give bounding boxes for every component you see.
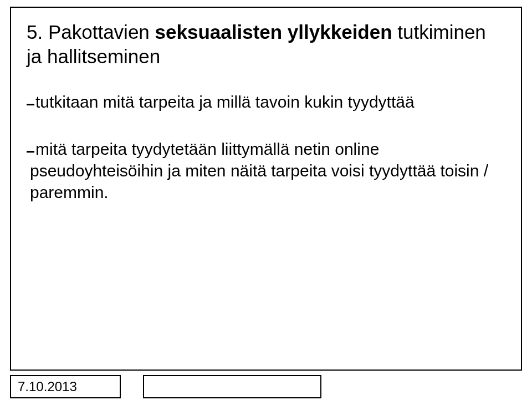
slide: 5. Pakottavien seksuaalisten yllykkeiden… <box>0 0 532 415</box>
content-box: 5. Pakottavien seksuaalisten yllykkeiden… <box>10 7 522 371</box>
footer: 7.10.2013 <box>10 375 522 402</box>
bullet-text: mitä tarpeita tyydytetään liittymällä ne… <box>30 140 488 201</box>
date-box: 7.10.2013 <box>10 375 121 398</box>
title-bold: seksuaalisten yllykkeiden <box>155 21 392 43</box>
bullet-2: mitä tarpeita tyydytetään liittymällä ne… <box>27 138 505 203</box>
dash-icon <box>27 104 34 105</box>
date-text: 7.10.2013 <box>18 379 77 394</box>
footer-empty-box <box>143 375 321 398</box>
title-prefix: 5. Pakottavien <box>27 21 155 43</box>
dash-icon <box>27 151 34 153</box>
bullet-1: tutkitaan mitä tarpeita ja millä tavoin … <box>27 91 505 113</box>
slide-title: 5. Pakottavien seksuaalisten yllykkeiden… <box>27 20 505 69</box>
bullet-text: tutkitaan mitä tarpeita ja millä tavoin … <box>35 93 415 111</box>
